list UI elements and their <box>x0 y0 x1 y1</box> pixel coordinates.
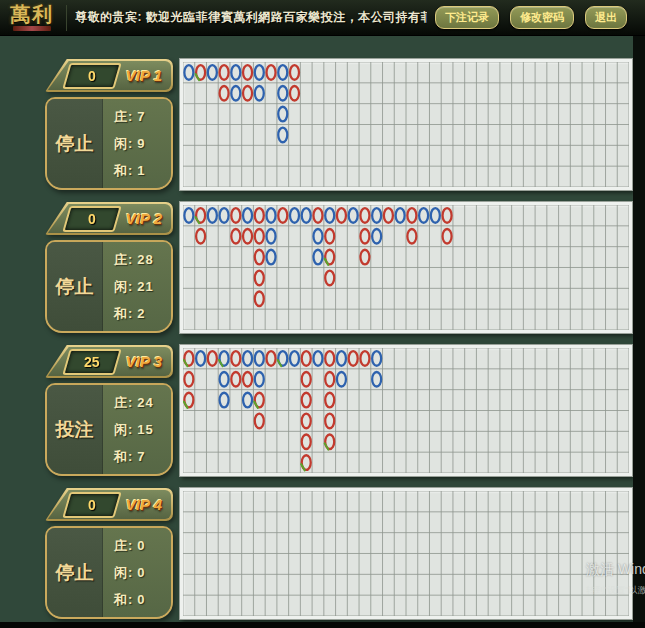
vip2-tie-count: 和:2 <box>114 305 171 323</box>
vip1-badge: 0 VIP 1 <box>45 59 173 92</box>
app-window: 萬利 尊敬的贵宾: 歡迎光臨菲律賓萬利網路百家樂投注，本公司持有菲律賓政府批出的… <box>0 0 645 628</box>
vip2-stats: 庄:28 闲:21 和:2 <box>103 242 171 331</box>
vip1-table-panel[interactable]: 停止 庄:7 闲:9 和:1 <box>45 97 173 190</box>
vip3-countdown: 25 <box>62 349 121 375</box>
window-edge-right <box>633 36 645 628</box>
vip3-status-text: 投注 <box>56 417 94 443</box>
welcome-notice-text: 尊敬的贵宾: 歡迎光臨菲律賓萬利網路百家樂投注，本公司持有菲律賓政府批出的合法博… <box>75 9 427 26</box>
logo-title: 萬利 <box>6 4 58 24</box>
table-section-vip4: 0 VIP 4 停止 庄:0 闲:0 和:0 <box>45 488 632 619</box>
vip2-label: VIP 2 <box>126 210 162 227</box>
logo: 萬利 <box>6 4 58 31</box>
logo-subtitle-bar <box>13 26 51 31</box>
table-section-vip2: 0 VIP 2 停止 庄:28 闲:21 和:2 <box>45 202 632 333</box>
vip4-player-count: 闲:0 <box>114 564 171 582</box>
vip3-badge: 25 VIP 3 <box>45 345 173 378</box>
table-section-vip3: 25 VIP 3 投注 庄:24 闲:15 和:7 <box>45 345 632 476</box>
vip4-status-cell: 停止 <box>47 528 103 617</box>
vip2-table-panel[interactable]: 停止 庄:28 闲:21 和:2 <box>45 240 173 333</box>
vip3-stats: 庄:24 闲:15 和:7 <box>103 385 171 474</box>
vip4-banker-count: 庄:0 <box>114 537 171 555</box>
vip3-status-cell: 投注 <box>47 385 103 474</box>
logout-button[interactable]: 退出 <box>585 6 627 29</box>
vip4-badge: 0 VIP 4 <box>45 488 173 521</box>
vip1-badge-fill: 0 VIP 1 <box>47 61 171 90</box>
vip3-banker-count: 庄:24 <box>114 394 171 412</box>
vip1-status-text: 停止 <box>56 131 94 157</box>
vip1-status-cell: 停止 <box>47 99 103 188</box>
vip2-info-column: 0 VIP 2 停止 庄:28 闲:21 和:2 <box>45 202 173 333</box>
top-bar: 萬利 尊敬的贵宾: 歡迎光臨菲律賓萬利網路百家樂投注，本公司持有菲律賓政府批出的… <box>0 0 645 36</box>
vip4-status-text: 停止 <box>56 560 94 586</box>
windows-activation-watermark: 激活 Windows 转到"设置"以激活 Windows。 <box>586 561 645 597</box>
vip4-info-column: 0 VIP 4 停止 庄:0 闲:0 和:0 <box>45 488 173 619</box>
vip1-label: VIP 1 <box>126 67 162 84</box>
vip4-tie-count: 和:0 <box>114 591 171 609</box>
change-password-button[interactable]: 修改密码 <box>510 6 574 29</box>
vip4-table-panel[interactable]: 停止 庄:0 闲:0 和:0 <box>45 526 173 619</box>
vip2-banker-count: 庄:28 <box>114 251 171 269</box>
vip3-road-grid <box>180 345 632 476</box>
vip2-badge-fill: 0 VIP 2 <box>47 204 171 233</box>
vip2-countdown: 0 <box>62 206 121 232</box>
vip1-info-column: 0 VIP 1 停止 庄:7 闲:9 和:1 <box>45 59 173 190</box>
vip3-badge-fill: 25 VIP 3 <box>47 347 171 376</box>
vip1-banker-count: 庄:7 <box>114 108 171 126</box>
vip3-tie-count: 和:7 <box>114 448 171 466</box>
watermark-line2: 转到"设置"以激活 Windows。 <box>586 584 645 597</box>
vip1-tie-count: 和:1 <box>114 162 171 180</box>
vip1-countdown: 0 <box>62 63 121 89</box>
bet-records-button[interactable]: 下注记录 <box>435 6 499 29</box>
tables-area: 0 VIP 1 停止 庄:7 闲:9 和:1 <box>0 36 645 628</box>
vip2-road-grid <box>180 202 632 333</box>
vip4-road-grid <box>180 488 632 619</box>
vip3-table-panel[interactable]: 投注 庄:24 闲:15 和:7 <box>45 383 173 476</box>
vip2-status-cell: 停止 <box>47 242 103 331</box>
topbar-buttons: 下注记录 修改密码 退出 <box>435 6 627 29</box>
topbar-divider <box>66 5 67 31</box>
window-edge-bottom <box>0 622 645 628</box>
vip1-player-count: 闲:9 <box>114 135 171 153</box>
vip2-player-count: 闲:21 <box>114 278 171 296</box>
table-section-vip1: 0 VIP 1 停止 庄:7 闲:9 和:1 <box>45 59 632 190</box>
vip2-badge: 0 VIP 2 <box>45 202 173 235</box>
vip4-label: VIP 4 <box>126 496 162 513</box>
vip2-status-text: 停止 <box>56 274 94 300</box>
vip3-label: VIP 3 <box>126 353 162 370</box>
vip1-stats: 庄:7 闲:9 和:1 <box>103 99 171 188</box>
vip4-badge-fill: 0 VIP 4 <box>47 490 171 519</box>
vip3-info-column: 25 VIP 3 投注 庄:24 闲:15 和:7 <box>45 345 173 476</box>
vip3-player-count: 闲:15 <box>114 421 171 439</box>
vip4-stats: 庄:0 闲:0 和:0 <box>103 528 171 617</box>
vip4-countdown: 0 <box>62 492 121 518</box>
vip1-road-grid <box>180 59 632 190</box>
watermark-line1: 激活 Windows <box>586 561 645 579</box>
